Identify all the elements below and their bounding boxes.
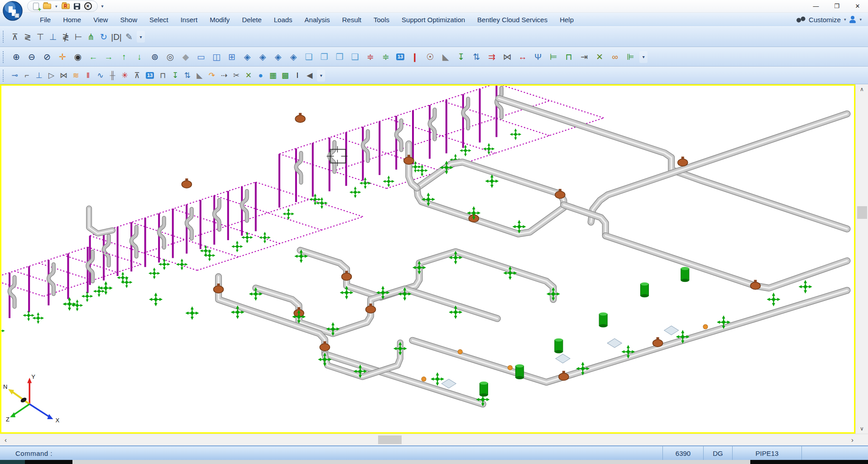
v-stop-support[interactable]: ⋔ <box>85 29 97 45</box>
scroll-left-icon[interactable]: ‹ <box>5 434 7 445</box>
menu-home[interactable]: Home <box>63 16 81 24</box>
zoom-out[interactable]: ⊖ <box>24 49 39 65</box>
frame-check[interactable]: ⊓ <box>561 49 576 65</box>
customize-caret-icon[interactable]: ▾ <box>844 17 846 22</box>
fluid-density[interactable]: ● <box>254 68 267 83</box>
menu-show[interactable]: Show <box>120 16 137 24</box>
operating-case[interactable]: ⋈ <box>499 49 515 65</box>
iso-view-nw[interactable]: ◈ <box>270 49 286 65</box>
insert-toolbar-overflow[interactable]: ▾ <box>317 70 325 82</box>
insert-run[interactable]: ⊸ <box>9 68 21 83</box>
vertical-scrollbar[interactable]: ∧ ∨ <box>855 84 868 434</box>
distance-measure[interactable]: ⊨ <box>546 49 561 65</box>
cube-iso-view[interactable]: ❑ <box>347 49 363 65</box>
insert-weld[interactable]: ✕ <box>242 68 254 83</box>
close-file-icon[interactable]: ✕ <box>84 2 92 10</box>
insert-cut[interactable]: ✂ <box>230 68 242 83</box>
insert-valve[interactable]: ⋈ <box>58 68 70 83</box>
dimension-reference[interactable]: |D| <box>110 29 123 45</box>
cube-front-view[interactable]: ❐ <box>317 49 332 65</box>
customize-menu[interactable]: Customize <box>809 16 841 24</box>
insert-tee[interactable]: ⊥ <box>33 68 45 83</box>
view-toolbar-overflow[interactable]: ▾ <box>639 51 647 63</box>
supports-toolbar-overflow[interactable]: ▾ <box>137 31 145 43</box>
iso-view-sw[interactable]: ◈ <box>240 49 255 65</box>
insert-equipment[interactable]: ▦ <box>267 68 279 83</box>
menu-insert[interactable]: Insert <box>181 16 198 24</box>
insert-displacement[interactable]: ⇅ <box>181 68 193 83</box>
segment-info[interactable]: 13 <box>396 53 404 60</box>
weld-check[interactable]: ✕ <box>592 49 607 65</box>
scroll-right-icon[interactable]: › <box>851 434 854 445</box>
menu-modify[interactable]: Modify <box>210 16 230 24</box>
menu-bentley-cloud-services[interactable]: Bentley Cloud Services <box>477 16 547 24</box>
insert-rigid-joint[interactable]: ‖ <box>82 68 94 83</box>
scroll-down-icon[interactable]: ∨ <box>860 424 864 434</box>
menu-analysis[interactable]: Analysis <box>305 16 330 24</box>
open-dropdown-icon[interactable]: ▾ <box>55 4 58 9</box>
update-supports[interactable]: ↻ <box>97 29 110 45</box>
menu-result[interactable]: Result <box>342 16 361 24</box>
zoom-previous[interactable]: ⊚ <box>147 49 163 65</box>
insert-nozzle[interactable]: ▩ <box>279 68 291 83</box>
insert-frame[interactable]: ⊓ <box>157 68 169 83</box>
user-icon[interactable] <box>849 16 856 23</box>
close-button[interactable]: ✕ <box>847 0 868 12</box>
filter-power[interactable]: ≑ <box>378 49 393 65</box>
spring-hanger[interactable]: ≷ <box>21 29 34 45</box>
command-line[interactable]: Command : <box>0 450 662 457</box>
menu-help[interactable]: Help <box>560 16 574 24</box>
scroll-up-icon[interactable]: ∧ <box>860 84 864 94</box>
previous-point[interactable]: ← <box>86 49 101 65</box>
insert-imposed-load[interactable]: ↧ <box>169 68 181 83</box>
rod-hanger[interactable]: ⊤ <box>34 29 47 45</box>
insert-rotation[interactable]: ↷ <box>206 68 218 83</box>
wireframe-display[interactable]: ◎ <box>163 49 178 65</box>
menu-select[interactable]: Select <box>149 16 168 24</box>
insert-flange[interactable]: ≋ <box>70 68 82 83</box>
static-load[interactable]: ↧ <box>453 49 469 65</box>
dual-viewport[interactable]: ◫ <box>209 49 224 65</box>
coupling-check[interactable]: ∞ <box>607 49 623 65</box>
insert-cross[interactable]: ╫ <box>106 68 119 83</box>
toolbar-grip[interactable] <box>3 51 6 63</box>
toolbar-grip[interactable] <box>3 31 6 43</box>
iso-view-ne[interactable]: ◈ <box>286 49 301 65</box>
app-icon[interactable] <box>3 1 23 21</box>
user-caret-icon[interactable]: ▾ <box>859 17 862 22</box>
horizontal-scroll-thumb[interactable] <box>378 435 402 444</box>
cube-side-view[interactable]: ❒ <box>332 49 347 65</box>
audio-check[interactable]: ◀ <box>303 68 316 83</box>
zoom-in[interactable]: ⊕ <box>9 49 24 65</box>
solid-display[interactable]: ◆ <box>178 49 193 65</box>
insert-beam[interactable]: I <box>291 68 303 83</box>
incline-support[interactable]: ⊼ <box>9 29 21 45</box>
show-point[interactable]: ◉ <box>70 49 86 65</box>
point-up[interactable]: ↑ <box>116 49 132 65</box>
insert-flexible-joint[interactable]: ∿ <box>94 68 106 83</box>
minimize-button[interactable]: — <box>806 0 826 12</box>
spring-can-support[interactable]: ⊥ <box>47 29 59 45</box>
point-down[interactable]: ↓ <box>132 49 147 65</box>
menu-support-optimization[interactable]: Support Optimization <box>402 16 465 24</box>
insert-expansion-joint[interactable]: ✳ <box>119 68 131 83</box>
span-check[interactable]: ↔ <box>515 49 530 65</box>
save-icon[interactable] <box>74 3 80 10</box>
vertical-scroll-thumb[interactable] <box>857 206 867 219</box>
dynamic-load[interactable]: ⇅ <box>469 49 484 65</box>
cube-top-view[interactable]: ❏ <box>301 49 317 65</box>
insert-offset[interactable]: ⇢ <box>218 68 230 83</box>
open-folder-icon[interactable] <box>43 4 51 9</box>
pan[interactable]: ✛ <box>55 49 70 65</box>
temperature-results[interactable]: ❙ <box>407 49 422 65</box>
thermal-load[interactable]: ⇉ <box>484 49 499 65</box>
insert-reducer[interactable]: ▷ <box>45 68 58 83</box>
menu-tools[interactable]: Tools <box>374 16 389 24</box>
qat-customize-icon[interactable]: ▾ <box>101 4 104 9</box>
guide-support[interactable]: ⊢ <box>72 29 85 45</box>
horizontal-scrollbar[interactable]: ‹ › <box>0 434 868 445</box>
measure-tool[interactable]: ✎ <box>123 29 135 45</box>
segment-properties[interactable]: 13 <box>146 72 154 79</box>
menu-delete[interactable]: Delete <box>242 16 261 24</box>
iso-view-se[interactable]: ◈ <box>255 49 270 65</box>
